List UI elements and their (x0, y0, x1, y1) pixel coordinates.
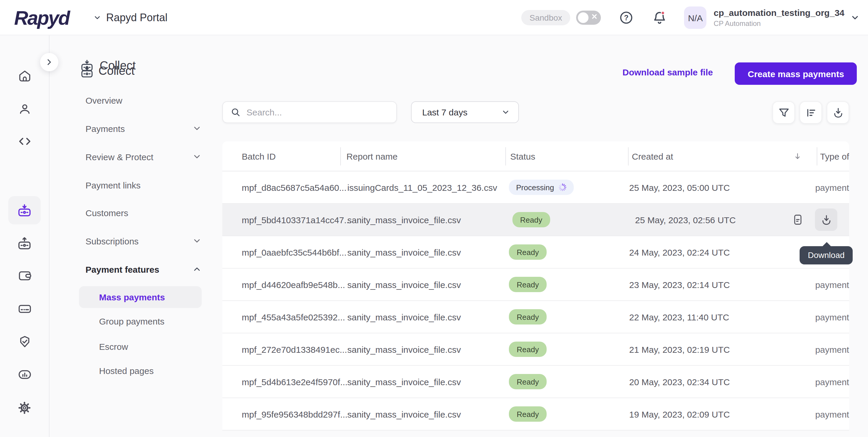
batch-id-cell: mpf_5bd4103371a14cc47... (222, 215, 340, 225)
spinner-icon (558, 183, 566, 192)
batch-id-cell: mpf_d44620eafb9e548b... (222, 279, 340, 290)
filter-funnel-icon (777, 106, 790, 119)
column-header-created-at[interactable]: Created at (625, 141, 812, 171)
sidebar-item-overview[interactable]: Overview (86, 90, 202, 111)
person-icon[interactable] (8, 95, 41, 123)
chevron-down-icon (93, 13, 101, 22)
type-cell: payment (807, 312, 849, 322)
org-name: cp_automation_testing_org_34 (714, 8, 844, 18)
sidebar-item-customers[interactable]: Customers (86, 202, 202, 223)
table-row[interactable]: mpf_455a43a5fe025392... sanity_mass_invo… (222, 301, 849, 333)
sidebar-item-hosted-pages[interactable]: Hosted pages (99, 360, 154, 381)
chevron-down-icon (192, 124, 202, 133)
sidebar-item-payment-features[interactable]: Payment features (86, 259, 202, 280)
status-badge: Ready (509, 277, 547, 292)
sidebar-item-escrow[interactable]: Escrow (99, 336, 128, 357)
batch-id-cell: mpf_272e70d1338491ec... (222, 344, 340, 354)
collect-menu: Collect Overview Payments Review & Prote… (50, 35, 220, 437)
rapyd-logo[interactable]: Rapyd (14, 7, 69, 29)
sidebar-item-review-protect[interactable]: Review & Protect (86, 146, 202, 167)
created-at-cell: 22 May, 2023, 11:40 UTC (622, 312, 807, 322)
download-icon (832, 106, 844, 119)
page-title: Collect (98, 64, 134, 78)
sandbox-badge: Sandbox (521, 10, 570, 25)
sandbox-toggle[interactable] (577, 10, 601, 25)
download-row-button[interactable] (815, 208, 837, 231)
type-cell: payment (807, 182, 849, 192)
report-name-cell: sanity_mass_invoice_file.csv (340, 247, 502, 257)
disburse-icon[interactable] (8, 229, 41, 257)
toggle-knob (578, 12, 589, 23)
sidebar-item-group-payments[interactable]: Group payments (99, 310, 164, 332)
column-header-type[interactable]: Type of (812, 141, 849, 171)
sort-descending-icon[interactable] (793, 152, 803, 161)
table-row-hovered[interactable]: mpf_5bd4103371a14cc47... sanity_mass_inv… (222, 204, 849, 236)
chevron-up-icon (192, 264, 202, 274)
column-header-status[interactable]: Status (503, 141, 625, 171)
status-badge: Ready (509, 406, 547, 422)
type-cell: payment (807, 279, 849, 290)
status-badge: Ready (513, 212, 550, 227)
report-name-cell: sanity_mass_invoice_file.csv (340, 409, 502, 419)
created-at-cell: 25 May, 2023, 05:00 UTC (622, 182, 807, 192)
help-button[interactable]: ? (619, 10, 634, 25)
collect-icon[interactable] (8, 196, 41, 224)
search-input[interactable] (247, 107, 389, 117)
sort-button[interactable] (800, 101, 822, 124)
created-at-cell: 23 May, 2023, 02:14 UTC (622, 279, 807, 290)
created-at-cell: 24 May, 2023, 02:24 UTC (622, 247, 807, 257)
wallet-icon[interactable] (8, 262, 41, 290)
create-mass-payments-button[interactable]: Create mass payments (735, 62, 857, 85)
table-row[interactable]: mpf_95fe956348bdd297f... sanity_mass_inv… (222, 398, 849, 431)
table-row[interactable]: mpf_d44620eafb9e548b... sanity_mass_invo… (222, 269, 849, 301)
created-at-cell: 20 May, 2023, 02:34 UTC (622, 377, 807, 386)
search-box (222, 101, 397, 123)
chevron-down-icon (192, 152, 202, 161)
filter-button[interactable] (772, 101, 795, 124)
shield-check-icon[interactable] (8, 328, 41, 356)
sidebar-item-payment-links[interactable]: Payment links (86, 174, 202, 196)
notifications-button[interactable] (652, 10, 668, 26)
portal-switcher[interactable]: Rapyd Portal (93, 0, 167, 35)
table-row[interactable]: mpf_d8ac5687c5a54a60... issuingCards_11_… (222, 171, 849, 204)
avatar[interactable]: N/A (684, 6, 707, 29)
column-header-batch-id[interactable]: Batch ID (222, 141, 339, 171)
org-subtitle: CP Automation (714, 20, 844, 28)
batch-id-cell: mpf_455a43a5fe025392... (222, 312, 340, 322)
view-report-button[interactable] (786, 208, 809, 231)
batch-id-cell: mpf_5d4b613e2e4f5970f... (222, 377, 340, 386)
org-selector[interactable]: cp_automation_testing_org_34 CP Automati… (714, 8, 844, 28)
sidebar-item-payments[interactable]: Payments (86, 118, 202, 139)
tooltip-caret (822, 242, 832, 247)
column-header-report-name[interactable]: Report name (339, 141, 503, 171)
icon-rail (0, 35, 49, 437)
table-row[interactable]: mpf_0aaebfc35c544b6bf... sanity_mass_inv… (222, 236, 849, 269)
top-header: Rapyd Rapyd Portal Sandbox ? (0, 0, 868, 35)
table-row[interactable]: mpf_272e70d1338491ec... sanity_mass_invo… (222, 333, 849, 366)
download-sample-file-link[interactable]: Download sample file (622, 67, 713, 77)
home-icon[interactable] (8, 62, 41, 90)
chevron-down-icon (192, 236, 202, 245)
reports-icon[interactable] (8, 361, 41, 389)
sidebar-item-mass-payments[interactable]: Mass payments (79, 286, 202, 308)
chevron-down-icon (501, 108, 510, 116)
rapyd-portal-app: Rapyd Rapyd Portal Sandbox ? (0, 0, 868, 437)
sort-list-icon (805, 106, 817, 119)
export-button[interactable] (827, 101, 849, 124)
sidebar-item-subscriptions[interactable]: Subscriptions (86, 230, 202, 251)
status-badge: Ready (509, 374, 547, 389)
date-range-select[interactable]: Last 7 days (411, 101, 519, 123)
mass-payments-table: Batch ID Report name Status Created at T… (222, 141, 849, 431)
settings-gear-icon[interactable] (8, 394, 41, 422)
report-name-cell: sanity_mass_invoice_file.csv (340, 377, 502, 386)
type-cell: payment (807, 409, 849, 419)
table-row[interactable]: mpf_5d4b613e2e4f5970f... sanity_mass_inv… (222, 366, 849, 398)
card-icon[interactable] (8, 295, 41, 323)
sidebar-expand-button[interactable] (40, 53, 58, 71)
download-icon (820, 213, 832, 226)
collect-page-icon (80, 65, 94, 79)
report-name-cell: sanity_mass_invoice_file.csv (340, 215, 505, 225)
batch-id-cell: mpf_95fe956348bdd297f... (222, 409, 340, 419)
chevron-down-icon[interactable] (850, 13, 860, 22)
code-icon[interactable] (8, 127, 41, 156)
